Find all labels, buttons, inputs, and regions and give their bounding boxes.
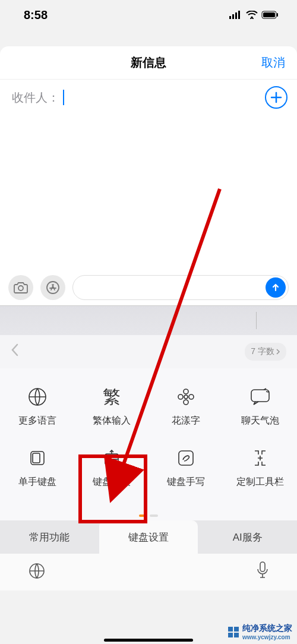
page-indicator	[0, 514, 297, 520]
camera-icon	[14, 282, 28, 293]
svg-point-9	[47, 282, 59, 293]
svg-point-15	[189, 394, 194, 399]
chat-bubble-button[interactable]: 聊天气泡	[229, 386, 292, 427]
globe-icon	[27, 386, 48, 408]
keyboard-settings-grid: 更多语言 繁 繁体输入 花漾字 聊天气泡 单手键盘	[0, 368, 297, 514]
traditional-input-button[interactable]: 繁 繁体输入	[80, 386, 143, 427]
add-recipient-button[interactable]	[265, 86, 287, 109]
svg-rect-23	[260, 562, 265, 572]
traditional-char-icon: 繁	[103, 386, 121, 408]
recipient-row[interactable]: 收件人：	[0, 80, 297, 115]
customize-icon	[250, 447, 270, 469]
tab-common[interactable]: 常用功能	[0, 520, 99, 554]
globe-button[interactable]	[27, 561, 46, 583]
keyboard-panel-header: 7 字数	[0, 335, 297, 368]
input-bar	[0, 270, 297, 305]
more-languages-button[interactable]: 更多语言	[6, 386, 69, 427]
cellular-icon	[229, 11, 242, 19]
plus-icon	[270, 91, 283, 104]
word-count-badge[interactable]: 7 字数	[245, 343, 286, 361]
compose-area[interactable]	[0, 115, 297, 270]
keyboard-handwriting-button[interactable]: 键盘手写	[154, 447, 217, 488]
camera-button[interactable]	[8, 275, 33, 300]
home-indicator	[104, 639, 193, 642]
svg-point-13	[184, 400, 188, 405]
svg-rect-0	[229, 16, 231, 19]
tab-ai[interactable]: AI服务	[198, 520, 297, 554]
watermark-logo	[228, 627, 239, 637]
svg-rect-6	[263, 12, 275, 17]
svg-rect-7	[277, 13, 278, 17]
keyboard-height-button[interactable]: 键盘高度	[80, 447, 143, 488]
keyboard-tabs: 常用功能 键盘设置 AI服务	[0, 520, 297, 554]
message-input[interactable]	[72, 275, 289, 300]
text-cursor	[63, 90, 64, 105]
arrow-up-icon	[271, 283, 280, 292]
flower-icon	[176, 386, 196, 408]
custom-toolbar-button[interactable]: 定制工具栏	[229, 447, 292, 488]
keyboard-suggestion-bar	[0, 305, 297, 335]
svg-rect-2	[235, 12, 237, 19]
wifi-icon	[246, 11, 258, 19]
svg-point-11	[184, 395, 188, 399]
mic-button[interactable]	[255, 561, 270, 583]
svg-point-12	[184, 389, 188, 394]
battery-icon	[261, 11, 279, 19]
status-bar: 8:58	[0, 0, 297, 30]
tab-settings[interactable]: 键盘设置	[99, 520, 198, 554]
watermark: 纯净系统之家 www.ycwjzy.com	[228, 623, 292, 640]
handwriting-icon	[176, 447, 196, 469]
svg-rect-21	[179, 451, 193, 465]
cancel-button[interactable]: 取消	[261, 55, 285, 71]
chevron-right-icon	[276, 348, 280, 355]
svg-rect-1	[232, 14, 234, 19]
svg-rect-3	[238, 11, 240, 19]
svg-rect-18	[33, 453, 40, 463]
mic-icon	[255, 561, 270, 581]
back-button[interactable]	[11, 343, 19, 360]
keyboard-bottom-bar	[0, 554, 297, 591]
fancy-text-button[interactable]: 花漾字	[154, 386, 217, 427]
status-time: 8:58	[24, 8, 48, 22]
keyboard-height-icon	[102, 447, 122, 469]
divider	[256, 312, 257, 329]
chat-bubble-icon	[249, 386, 271, 408]
one-hand-keyboard-button[interactable]: 单手键盘	[6, 447, 69, 488]
appstore-icon	[46, 280, 60, 295]
one-hand-icon	[27, 447, 48, 469]
send-button[interactable]	[266, 277, 286, 298]
globe-icon	[27, 561, 46, 580]
chevron-left-icon	[11, 343, 19, 356]
status-icons	[229, 11, 279, 19]
recipient-label: 收件人：	[12, 90, 59, 106]
svg-point-4	[251, 16, 252, 18]
svg-point-8	[18, 286, 23, 291]
svg-point-14	[178, 394, 183, 399]
appstore-button[interactable]	[40, 275, 65, 300]
nav-header: 新信息 取消	[0, 46, 297, 80]
page-title: 新信息	[131, 55, 166, 71]
